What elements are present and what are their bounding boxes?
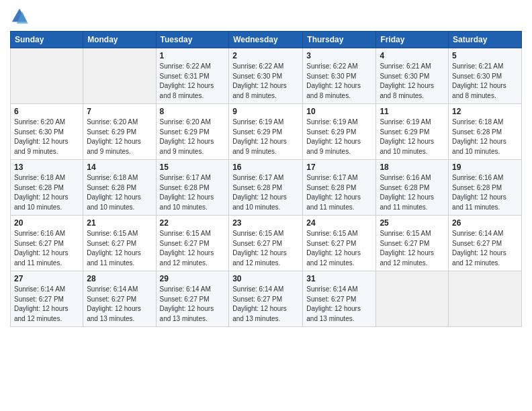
day-info: Sunrise: 6:20 AMSunset: 6:29 PMDaylight:… — [160, 118, 226, 156]
calendar-table: SundayMondayTuesdayWednesdayThursdayFrid… — [10, 31, 522, 327]
logo-icon — [10, 7, 29, 26]
day-info: Sunrise: 6:20 AMSunset: 6:29 PMDaylight:… — [87, 118, 152, 156]
day-info: Sunrise: 6:14 AMSunset: 6:27 PMDaylight:… — [87, 285, 152, 324]
calendar-cell: 9Sunrise: 6:19 AMSunset: 6:29 PMDaylight… — [229, 104, 303, 160]
weekday-header-monday: Monday — [83, 32, 156, 48]
calendar-cell: 25Sunrise: 6:15 AMSunset: 6:27 PMDayligh… — [376, 216, 449, 271]
calendar-cell: 28Sunrise: 6:14 AMSunset: 6:27 PMDayligh… — [83, 271, 156, 327]
day-info: Sunrise: 6:14 AMSunset: 6:27 PMDaylight:… — [160, 285, 226, 324]
day-number: 15 — [160, 163, 226, 172]
weekday-header-saturday: Saturday — [449, 32, 522, 48]
calendar-cell: 6Sunrise: 6:20 AMSunset: 6:30 PMDaylight… — [11, 104, 83, 160]
day-info: Sunrise: 6:20 AMSunset: 6:30 PMDaylight:… — [14, 118, 79, 156]
day-number: 29 — [160, 274, 226, 283]
calendar-cell: 22Sunrise: 6:15 AMSunset: 6:27 PMDayligh… — [156, 216, 229, 271]
day-number: 3 — [306, 51, 372, 60]
calendar-cell: 18Sunrise: 6:16 AMSunset: 6:28 PMDayligh… — [376, 160, 449, 216]
calendar-cell: 11Sunrise: 6:19 AMSunset: 6:29 PMDayligh… — [376, 104, 449, 160]
weekday-header-tuesday: Tuesday — [156, 32, 229, 48]
day-info: Sunrise: 6:15 AMSunset: 6:27 PMDaylight:… — [306, 229, 372, 268]
day-info: Sunrise: 6:16 AMSunset: 6:27 PMDaylight:… — [14, 229, 79, 268]
calendar-cell: 8Sunrise: 6:20 AMSunset: 6:29 PMDaylight… — [156, 104, 229, 160]
day-info: Sunrise: 6:22 AMSunset: 6:30 PMDaylight:… — [232, 62, 299, 101]
calendar-cell: 19Sunrise: 6:16 AMSunset: 6:28 PMDayligh… — [449, 160, 522, 216]
day-number: 1 — [160, 51, 226, 60]
day-number: 5 — [452, 51, 518, 60]
day-number: 12 — [452, 107, 518, 116]
weekday-header-sunday: Sunday — [11, 32, 83, 48]
calendar-cell — [449, 271, 522, 327]
calendar-week-3: 13Sunrise: 6:18 AMSunset: 6:28 PMDayligh… — [11, 160, 522, 216]
day-info: Sunrise: 6:15 AMSunset: 6:27 PMDaylight:… — [232, 229, 299, 268]
day-info: Sunrise: 6:15 AMSunset: 6:27 PMDaylight:… — [87, 229, 152, 268]
calendar-cell: 12Sunrise: 6:18 AMSunset: 6:28 PMDayligh… — [449, 104, 522, 160]
day-number: 31 — [306, 274, 372, 283]
calendar-cell: 1Sunrise: 6:22 AMSunset: 6:31 PMDaylight… — [156, 48, 229, 104]
day-number: 8 — [160, 107, 226, 116]
day-number: 18 — [380, 163, 445, 172]
day-number: 11 — [380, 107, 445, 116]
header — [10, 7, 522, 26]
day-info: Sunrise: 6:16 AMSunset: 6:28 PMDaylight:… — [452, 173, 518, 212]
day-number: 4 — [380, 51, 445, 60]
day-number: 24 — [306, 218, 372, 228]
calendar-cell: 3Sunrise: 6:22 AMSunset: 6:30 PMDaylight… — [303, 48, 376, 104]
calendar-cell: 7Sunrise: 6:20 AMSunset: 6:29 PMDaylight… — [83, 104, 156, 160]
day-number: 9 — [232, 107, 299, 116]
calendar-cell: 31Sunrise: 6:14 AMSunset: 6:27 PMDayligh… — [303, 271, 376, 327]
calendar-cell: 21Sunrise: 6:15 AMSunset: 6:27 PMDayligh… — [83, 216, 156, 271]
calendar-cell: 16Sunrise: 6:17 AMSunset: 6:28 PMDayligh… — [229, 160, 303, 216]
day-number: 26 — [452, 218, 518, 228]
weekday-header-row: SundayMondayTuesdayWednesdayThursdayFrid… — [11, 32, 522, 48]
calendar-cell: 29Sunrise: 6:14 AMSunset: 6:27 PMDayligh… — [156, 271, 229, 327]
calendar-week-2: 6Sunrise: 6:20 AMSunset: 6:30 PMDaylight… — [11, 104, 522, 160]
day-number: 20 — [14, 218, 79, 228]
day-info: Sunrise: 6:18 AMSunset: 6:28 PMDaylight:… — [14, 173, 79, 212]
calendar-cell: 15Sunrise: 6:17 AMSunset: 6:28 PMDayligh… — [156, 160, 229, 216]
day-info: Sunrise: 6:14 AMSunset: 6:27 PMDaylight:… — [14, 285, 79, 324]
day-info: Sunrise: 6:15 AMSunset: 6:27 PMDaylight:… — [160, 229, 226, 268]
day-number: 14 — [87, 163, 152, 172]
day-number: 17 — [306, 163, 372, 172]
day-info: Sunrise: 6:22 AMSunset: 6:31 PMDaylight:… — [160, 62, 226, 101]
calendar-cell — [376, 271, 449, 327]
calendar-cell: 4Sunrise: 6:21 AMSunset: 6:30 PMDaylight… — [376, 48, 449, 104]
calendar-cell: 5Sunrise: 6:21 AMSunset: 6:30 PMDaylight… — [449, 48, 522, 104]
calendar-cell: 26Sunrise: 6:14 AMSunset: 6:27 PMDayligh… — [449, 216, 522, 271]
day-number: 13 — [14, 163, 79, 172]
day-number: 27 — [14, 274, 79, 283]
calendar-body: 1Sunrise: 6:22 AMSunset: 6:31 PMDaylight… — [11, 48, 522, 327]
calendar-cell — [83, 48, 156, 104]
day-number: 16 — [232, 163, 299, 172]
calendar-week-4: 20Sunrise: 6:16 AMSunset: 6:27 PMDayligh… — [11, 216, 522, 271]
day-info: Sunrise: 6:16 AMSunset: 6:28 PMDaylight:… — [380, 173, 445, 212]
calendar-week-1: 1Sunrise: 6:22 AMSunset: 6:31 PMDaylight… — [11, 48, 522, 104]
day-number: 6 — [14, 107, 79, 116]
day-info: Sunrise: 6:19 AMSunset: 6:29 PMDaylight:… — [306, 118, 372, 156]
day-info: Sunrise: 6:14 AMSunset: 6:27 PMDaylight:… — [452, 229, 518, 268]
calendar-cell: 13Sunrise: 6:18 AMSunset: 6:28 PMDayligh… — [11, 160, 83, 216]
day-info: Sunrise: 6:18 AMSunset: 6:28 PMDaylight:… — [452, 118, 518, 156]
day-info: Sunrise: 6:14 AMSunset: 6:27 PMDaylight:… — [232, 285, 299, 324]
day-number: 2 — [232, 51, 299, 60]
weekday-header-thursday: Thursday — [303, 32, 376, 48]
day-info: Sunrise: 6:17 AMSunset: 6:28 PMDaylight:… — [232, 173, 299, 212]
logo — [10, 7, 32, 26]
day-number: 28 — [87, 274, 152, 283]
weekday-header-friday: Friday — [376, 32, 449, 48]
day-number: 21 — [87, 218, 152, 228]
day-info: Sunrise: 6:22 AMSunset: 6:30 PMDaylight:… — [306, 62, 372, 101]
calendar-header: SundayMondayTuesdayWednesdayThursdayFrid… — [11, 32, 522, 48]
day-info: Sunrise: 6:17 AMSunset: 6:28 PMDaylight:… — [160, 173, 226, 212]
weekday-header-wednesday: Wednesday — [229, 32, 303, 48]
day-number: 23 — [232, 218, 299, 228]
day-info: Sunrise: 6:19 AMSunset: 6:29 PMDaylight:… — [380, 118, 445, 156]
calendar-cell — [11, 48, 83, 104]
day-info: Sunrise: 6:19 AMSunset: 6:29 PMDaylight:… — [232, 118, 299, 156]
day-info: Sunrise: 6:15 AMSunset: 6:27 PMDaylight:… — [380, 229, 445, 268]
calendar-cell: 17Sunrise: 6:17 AMSunset: 6:28 PMDayligh… — [303, 160, 376, 216]
day-number: 19 — [452, 163, 518, 172]
day-number: 30 — [232, 274, 299, 283]
calendar-cell: 27Sunrise: 6:14 AMSunset: 6:27 PMDayligh… — [11, 271, 83, 327]
day-number: 25 — [380, 218, 445, 228]
